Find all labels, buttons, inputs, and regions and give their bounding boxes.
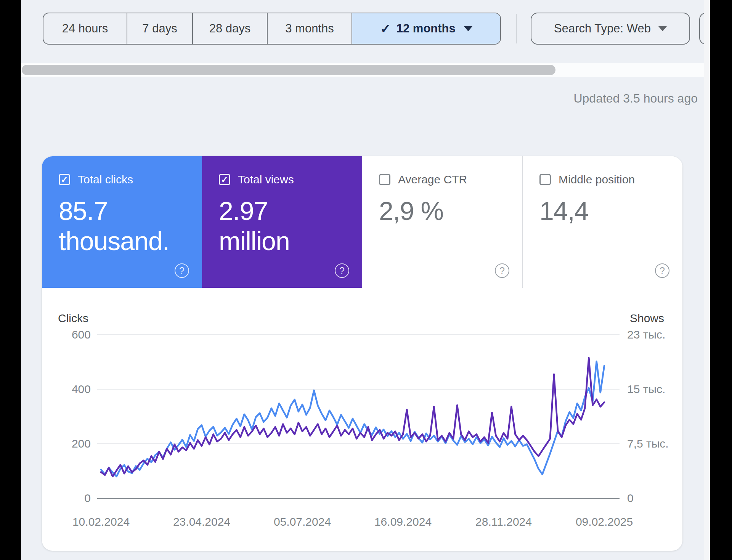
left-tick-400: 400 [46, 382, 91, 396]
chevron-down-icon [658, 26, 667, 31]
horizontal-scrollbar-thumb[interactable] [22, 65, 555, 75]
metric-tiles: ✓ Total clicks 85.7 thousand. ? ✓ Total … [42, 156, 682, 288]
metric-tile-average-ctr[interactable]: Average CTR 2,9 % ? [362, 156, 522, 288]
range-7-days-button[interactable]: 7 days [127, 13, 192, 44]
check-icon: ✓ [221, 175, 228, 184]
x-tick-date: 28.11.2024 [454, 515, 553, 528]
range-28-days-button[interactable]: 28 days [192, 13, 267, 44]
help-question-icon[interactable]: ? [655, 263, 669, 278]
x-tick-date: 05.07.2024 [253, 515, 352, 528]
range-label: 28 days [209, 22, 251, 35]
range-24-hours-button[interactable]: 24 hours [43, 13, 127, 44]
range-12-months-button[interactable]: ✓ 12 months [352, 13, 500, 44]
horizontal-scrollbar-track[interactable] [21, 63, 710, 77]
metric-tile-total-clicks[interactable]: ✓ Total clicks 85.7 thousand. ? [42, 156, 202, 288]
range-label: 24 hours [62, 22, 108, 35]
metric-value: 2.97 million [219, 196, 362, 256]
metric-tile-middle-position[interactable]: Middle position 14,4 ? [522, 156, 682, 288]
right-tick-23k: 23 тыс. [627, 328, 665, 342]
search-console-performance-page: 24 hours 7 days 28 days 3 months ✓ 12 mo… [0, 0, 732, 560]
average-ctr-checkbox[interactable] [379, 174, 390, 185]
range-3-months-button[interactable]: 3 months [267, 13, 352, 44]
x-tick-date: 09.02.2025 [555, 515, 654, 528]
total-clicks-checkbox[interactable]: ✓ [59, 174, 70, 185]
help-question-icon[interactable]: ? [495, 263, 509, 278]
metric-value: 85.7 thousand. [59, 196, 202, 256]
chart-line-shows [101, 358, 604, 477]
letterbox-bar-right [710, 0, 732, 560]
chart-line-clicks [101, 361, 604, 477]
toolbar-divider [516, 14, 517, 43]
vertical-scrollbar-track[interactable] [704, 0, 710, 560]
right-tick-0: 0 [627, 491, 634, 505]
chart-plot-area[interactable] [97, 328, 615, 507]
range-label: 12 months [396, 22, 456, 35]
metric-label: Middle position [559, 173, 635, 186]
range-label: 7 days [142, 22, 177, 35]
metric-label: Total views [238, 173, 294, 186]
middle-position-checkbox[interactable] [539, 174, 551, 185]
metric-value: 14,4 [539, 196, 682, 226]
chevron-down-icon [464, 26, 472, 31]
left-tick-200: 200 [46, 437, 91, 451]
help-question-icon[interactable]: ? [335, 263, 349, 278]
check-icon: ✓ [61, 175, 68, 184]
metric-label: Total clicks [78, 173, 133, 186]
total-views-checkbox[interactable]: ✓ [219, 174, 230, 185]
range-label: 3 months [285, 22, 334, 35]
search-type-label: Search Type: Web [554, 22, 651, 35]
x-tick-date: 23.04.2024 [152, 515, 251, 528]
metric-label: Average CTR [398, 173, 467, 186]
left-tick-0: 0 [46, 491, 91, 505]
check-icon: ✓ [380, 21, 391, 36]
last-updated-status: Updated 3.5 hours ago [458, 91, 698, 106]
help-question-icon[interactable]: ? [175, 263, 189, 278]
x-tick-date: 16.09.2024 [353, 515, 453, 528]
metric-tile-total-views[interactable]: ✓ Total views 2.97 million ? [202, 156, 362, 288]
date-range-filter: 24 hours 7 days 28 days 3 months ✓ 12 mo… [43, 13, 501, 45]
right-tick-15k: 15 тыс. [627, 382, 665, 396]
left-tick-600: 600 [46, 328, 91, 342]
right-tick-7-5k: 7,5 тыс. [627, 437, 669, 451]
left-axis-title: Clicks [58, 312, 88, 325]
letterbox-bar-left [0, 0, 21, 560]
right-axis-title: Shows [629, 312, 664, 325]
x-tick-date: 10.02.2024 [51, 515, 151, 528]
search-type-dropdown[interactable]: Search Type: Web [531, 13, 690, 45]
metric-value: 2,9 % [379, 196, 522, 226]
